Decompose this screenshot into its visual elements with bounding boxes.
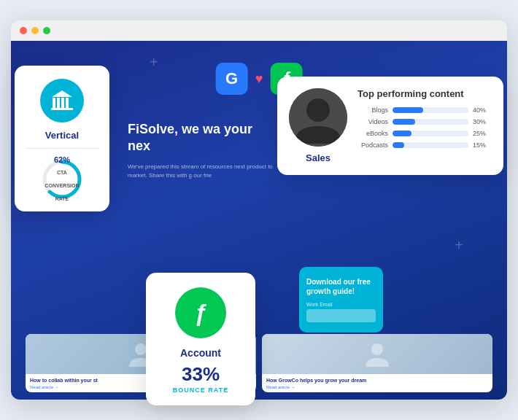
card-growth: Download our free growth guide! Work Ema… [299, 267, 383, 332]
bar-fill-ebooks [393, 131, 411, 136]
bank-icon [49, 88, 75, 114]
sales-right: Top performing content Blogs 40% Videos … [357, 88, 492, 163]
svg-rect-2 [53, 98, 55, 108]
growth-title: Download our free growth guide! [306, 277, 376, 296]
bottom-card-2-title: How GrowCo helps you grow your dream [266, 377, 488, 384]
decorative-plus: + [455, 237, 463, 254]
svg-rect-5 [66, 98, 69, 108]
bounce-percent: 33% [182, 365, 220, 384]
bar-label-blogs: Blogs [357, 106, 388, 114]
cta-circle: 62% CTA CONVERSION RATE [40, 158, 84, 201]
top-performing-title: Top performing content [357, 88, 492, 99]
grammarly-logo: G [216, 63, 248, 95]
svg-marker-7 [52, 90, 72, 97]
browser-topbar [11, 20, 507, 41]
email-subtext: We've prepared this stream of resources … [128, 163, 274, 180]
avatar-circle [289, 88, 347, 147]
growth-email-label: Work Email [306, 302, 376, 307]
bar-pct-ebooks: 25% [473, 130, 492, 137]
growth-email-input[interactable] [306, 309, 376, 322]
divider [25, 148, 99, 149]
bar-row-podcasts: Podcasts 15% [357, 141, 492, 149]
bar-track-videos [393, 119, 468, 125]
bottom-card-2-text: How GrowCo helps you grow your dream Rea… [262, 374, 492, 392]
person-silhouette-2 [363, 339, 392, 368]
bar-label-videos: Videos [357, 118, 388, 125]
bar-pct-blogs: 40% [473, 106, 492, 114]
bottom-card-2: How GrowCo helps you grow your dream Rea… [262, 334, 492, 392]
bar-fill-videos [393, 119, 415, 125]
svg-point-0 [135, 343, 147, 355]
bottom-cards-row: How to collab within your st Read articl… [11, 334, 507, 400]
svg-rect-6 [51, 108, 73, 110]
bar-fill-blogs [393, 107, 423, 113]
avatar-icon [289, 88, 347, 147]
vertical-label: Vertical [45, 130, 79, 141]
bar-row-blogs: Blogs 40% [357, 106, 492, 114]
bottom-card-2-image [262, 334, 492, 374]
cta-percent: 62% [45, 155, 79, 164]
card-sales: Sales Top performing content Blogs 40% V… [277, 77, 503, 175]
svg-rect-4 [61, 98, 64, 108]
fisolve-icon-letter: ƒ [194, 300, 207, 327]
bar-track-podcasts [393, 142, 468, 148]
bar-track-ebooks [393, 131, 468, 136]
bar-track-blogs [393, 107, 468, 113]
bar-fill-podcasts [393, 142, 404, 148]
bank-icon-circle [40, 79, 84, 122]
card-account: ƒ Account 33% BOUNCE RATE [146, 273, 255, 405]
bar-row-ebooks: eBooks 25% [357, 130, 492, 137]
card-vertical: Vertical 62% CTA CONVERSION RATE [15, 66, 109, 211]
account-label: Account [180, 347, 221, 359]
bar-row-videos: Videos 30% [357, 118, 492, 125]
fisolve-icon-circle: ƒ [175, 287, 226, 338]
bar-label-podcasts: Podcasts [357, 141, 388, 149]
cta-label: CTA CONVERSION RATE [45, 170, 79, 201]
email-headline: FiSolve, we wa your nex [128, 121, 274, 155]
cta-text: 62% CTA CONVERSION RATE [45, 155, 79, 203]
browser-minimize-dot[interactable] [31, 27, 39, 34]
browser-close-dot[interactable] [20, 27, 27, 34]
bar-pct-podcasts: 15% [473, 141, 492, 149]
bottom-card-2-link[interactable]: Read article → [266, 385, 488, 389]
bar-label-ebooks: eBooks [357, 130, 388, 137]
grammarly-letter: G [225, 69, 238, 88]
sales-left: Sales [289, 88, 347, 163]
decorative-plus: + [150, 54, 158, 71]
browser-maximize-dot[interactable] [43, 27, 50, 34]
email-body: FiSolve, we wa your nex We've prepared t… [128, 121, 274, 180]
svg-rect-3 [57, 98, 60, 108]
heart-icon: ♥ [255, 71, 263, 87]
svg-point-1 [371, 343, 383, 355]
sales-label: Sales [306, 152, 330, 163]
svg-point-11 [306, 98, 330, 122]
bounce-label: BOUNCE RATE [173, 386, 228, 394]
bar-pct-videos: 30% [473, 118, 492, 125]
